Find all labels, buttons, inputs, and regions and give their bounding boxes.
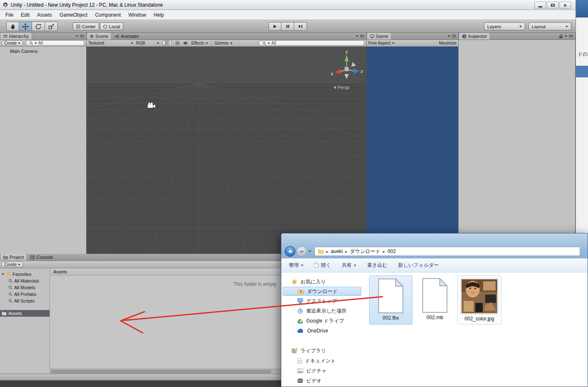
hierarchy-create-button[interactable]: Create bbox=[2, 40, 23, 46]
close-button[interactable]: × bbox=[559, 2, 571, 9]
panel-options-icon[interactable] bbox=[360, 35, 364, 38]
organize-button[interactable]: 整理 bbox=[289, 262, 303, 269]
tab-scene[interactable]: Scene bbox=[87, 33, 112, 40]
panel-options-icon[interactable] bbox=[452, 35, 456, 38]
hierarchy-item-main-camera[interactable]: Main Camera bbox=[0, 47, 86, 54]
hierarchy-search-input[interactable]: All bbox=[26, 40, 84, 46]
maximize-on-play-toggle[interactable]: Maximize bbox=[439, 41, 457, 45]
menu-window[interactable]: Window bbox=[124, 11, 150, 19]
sidebar-item-recent-places[interactable]: 最近表示した場所 bbox=[281, 306, 362, 316]
explorer-titlebar[interactable] bbox=[281, 233, 588, 244]
shading-mode-dropdown[interactable]: Textured bbox=[88, 41, 133, 45]
step-button[interactable] bbox=[294, 22, 307, 31]
sidebar-item-videos[interactable]: ビデオ bbox=[281, 376, 362, 386]
camera-gizmo-icon[interactable] bbox=[147, 102, 156, 109]
scale-tool-icon bbox=[48, 23, 55, 30]
2d-toggle-button[interactable]: 2D bbox=[162, 40, 172, 46]
favorite-all-prefabs[interactable]: All Prefabs bbox=[0, 291, 50, 298]
minimize-button[interactable] bbox=[534, 2, 546, 9]
panel-options-icon[interactable] bbox=[569, 35, 573, 38]
panel-options-icon[interactable] bbox=[80, 35, 84, 38]
scene-audio-button[interactable] bbox=[183, 41, 189, 45]
forward-button[interactable] bbox=[296, 246, 307, 257]
menu-component[interactable]: Component bbox=[91, 11, 124, 19]
menu-gameobject[interactable]: GameObject bbox=[56, 11, 91, 19]
sidebar-item-onedrive[interactable]: OneDrive bbox=[281, 326, 362, 336]
tab-console[interactable]: Console bbox=[27, 254, 56, 260]
hand-tool-button[interactable] bbox=[6, 22, 19, 31]
file-002-fbx[interactable]: 002.fbx bbox=[369, 275, 412, 325]
breadcrumb-item-downloads[interactable]: ダウンロード bbox=[350, 248, 380, 255]
star-icon bbox=[291, 279, 298, 285]
menu-assets[interactable]: Assets bbox=[33, 11, 56, 19]
tab-animator[interactable]: Animator bbox=[112, 33, 142, 40]
panel-menu-icon[interactable] bbox=[565, 35, 567, 37]
move-tool-icon bbox=[22, 23, 29, 30]
breadcrumb-item-002[interactable]: 002 bbox=[387, 248, 396, 254]
menu-file[interactable]: File bbox=[2, 11, 17, 19]
scene-panel: Scene Animator Textured RGB 2D bbox=[87, 33, 367, 254]
panel-menu-icon[interactable] bbox=[356, 35, 358, 37]
file-002-color-jpg[interactable]: 002_color.jpg bbox=[457, 275, 501, 325]
rotate-tool-button[interactable] bbox=[32, 22, 45, 31]
tab-inspector[interactable]: Inspector bbox=[459, 33, 490, 40]
scene-lighting-button[interactable] bbox=[175, 40, 180, 46]
render-channel-dropdown[interactable]: RGB bbox=[136, 41, 159, 45]
tab-hierarchy[interactable]: Hierarchy bbox=[0, 33, 32, 40]
maximize-button[interactable] bbox=[547, 2, 558, 9]
layers-dropdown[interactable]: Layers bbox=[484, 22, 525, 30]
menu-edit[interactable]: Edit bbox=[17, 11, 33, 19]
scene-viewport[interactable]: y x z Persp bbox=[87, 47, 367, 254]
project-create-button[interactable]: Create bbox=[2, 262, 23, 267]
axis-y-label: y bbox=[345, 50, 348, 54]
burn-button[interactable]: 書き込む bbox=[367, 262, 387, 269]
favorite-all-scripts[interactable]: All Scripts bbox=[0, 298, 50, 304]
favorites-group[interactable]: Favorites bbox=[0, 271, 50, 278]
share-button[interactable]: 共有 bbox=[342, 262, 356, 269]
pause-button[interactable] bbox=[281, 22, 294, 31]
scene-orientation-gizmo[interactable]: y x z bbox=[329, 49, 364, 84]
tab-game[interactable]: Game bbox=[367, 33, 392, 40]
rotation-local-button[interactable]: Local bbox=[100, 22, 123, 30]
sidebar-item-downloads[interactable]: ダウンロード bbox=[283, 287, 361, 296]
sidebar-libraries-header[interactable]: ライブラリ bbox=[281, 346, 362, 356]
gizmos-dropdown[interactable]: Gizmos bbox=[214, 41, 233, 45]
pivot-center-button[interactable]: Center bbox=[73, 22, 99, 30]
lock-icon[interactable] bbox=[559, 34, 563, 39]
recent-locations-dropdown[interactable] bbox=[309, 251, 311, 252]
scrollbar-thumb[interactable] bbox=[51, 370, 271, 373]
file-002-mb[interactable]: 002.mb bbox=[413, 275, 457, 325]
favorite-all-materials[interactable]: All Materials bbox=[0, 278, 50, 284]
move-tool-button[interactable] bbox=[19, 22, 32, 31]
info-icon bbox=[462, 34, 466, 39]
play-icon bbox=[273, 24, 277, 29]
play-button[interactable] bbox=[268, 22, 281, 31]
pause-icon bbox=[285, 24, 290, 29]
panel-menu-icon[interactable] bbox=[448, 35, 450, 37]
back-button[interactable] bbox=[285, 246, 295, 257]
menu-help[interactable]: Help bbox=[150, 11, 168, 19]
sidebar-item-google-drive[interactable]: Google ドライブ bbox=[281, 316, 362, 326]
sidebar-item-documents[interactable]: ドキュメント bbox=[281, 356, 362, 366]
sidebar-favorites-header[interactable]: お気に入り bbox=[281, 277, 362, 287]
tab-project[interactable]: Project bbox=[0, 254, 27, 260]
new-folder-button[interactable]: 新しいフォルダー bbox=[398, 262, 439, 269]
hierarchy-panel: Hierarchy Create All Main Camera bbox=[0, 33, 87, 254]
open-button[interactable]: 開く bbox=[314, 262, 331, 269]
chevron-down-icon bbox=[354, 265, 356, 266]
scale-tool-button[interactable] bbox=[45, 22, 58, 31]
breadcrumb-item-user[interactable]: aueki bbox=[331, 248, 343, 254]
search-filter-icon bbox=[35, 42, 37, 44]
scene-search-input[interactable]: All bbox=[259, 40, 365, 46]
panel-menu-icon[interactable] bbox=[76, 35, 78, 37]
sidebar-item-desktop[interactable]: デスクトップ bbox=[281, 296, 362, 306]
layout-dropdown[interactable]: Layout bbox=[528, 22, 571, 30]
assets-folder-item[interactable]: Assets bbox=[0, 310, 50, 317]
chevron-down-icon bbox=[131, 42, 133, 44]
file-label: 002_color.jpg bbox=[464, 316, 494, 322]
sidebar-item-pictures[interactable]: ピクチャ bbox=[281, 366, 362, 376]
favorite-all-models[interactable]: All Models bbox=[0, 284, 50, 291]
aspect-ratio-dropdown[interactable]: Free Aspect bbox=[368, 41, 394, 45]
projection-mode-label[interactable]: Persp bbox=[334, 85, 350, 90]
effects-dropdown[interactable]: Effects bbox=[191, 41, 208, 45]
